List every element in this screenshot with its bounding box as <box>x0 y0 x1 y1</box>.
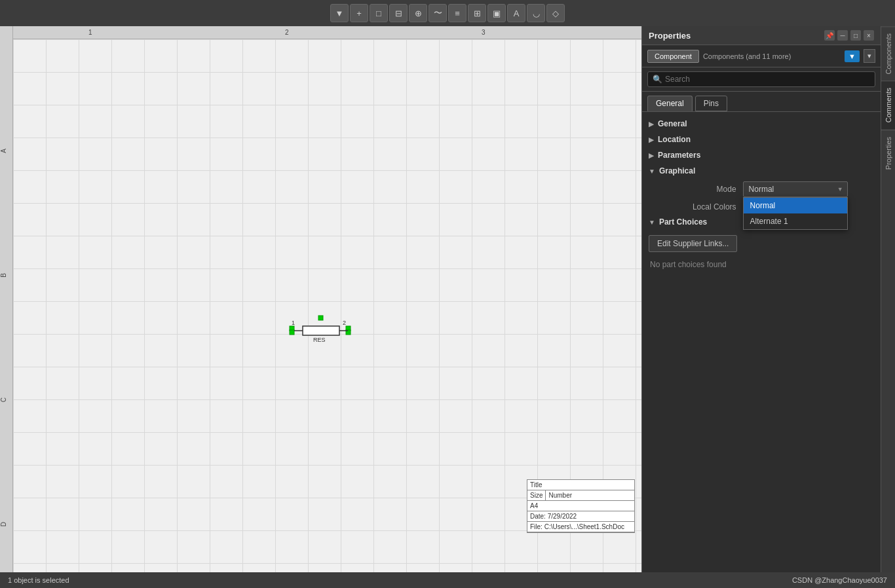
search-input[interactable] <box>647 71 875 87</box>
general-label: General <box>658 119 687 128</box>
component-tab[interactable]: Component <box>647 50 699 63</box>
arc-tool-btn[interactable]: ◡ <box>527 4 545 22</box>
panel-tabs-header: Component Components (and 11 more) ▼ ▾ <box>642 45 881 67</box>
mode-dropdown: Normal Normal Alternate 1 <box>743 181 874 197</box>
ruler-mark-d: D <box>0 522 7 526</box>
graphical-arrow: ▼ <box>649 168 655 175</box>
status-watermark: CSDN @ZhangChaoyue0037 <box>792 576 887 584</box>
mode-value-wrap: Normal Normal Alternate 1 <box>743 181 874 197</box>
component-res[interactable]: 1 2 RES <box>288 314 354 349</box>
mode-dropdown-menu: Normal Alternate 1 <box>743 197 848 230</box>
filter-tool-btn[interactable]: ▼ <box>330 4 349 22</box>
rect-tool-btn[interactable]: □ <box>370 4 388 22</box>
properties-panel: Properties 📌 ─ □ × Component Components … <box>641 26 881 572</box>
title-block: Title Size Number A4 Date: 7/29/2022 Fil… <box>527 479 635 533</box>
section-location[interactable]: ▶ Location <box>642 132 881 147</box>
title-label-cell: Title <box>527 480 545 490</box>
ruler-mark-2: 2 <box>285 29 289 36</box>
graphical-label: Graphical <box>659 166 695 175</box>
junction-tool-btn[interactable]: ⊞ <box>468 4 486 22</box>
svg-text:RES: RES <box>313 337 326 343</box>
svg-text:2: 2 <box>343 320 346 326</box>
no-part-text: No part choices found <box>642 257 881 272</box>
location-label: Location <box>658 135 691 144</box>
section-general[interactable]: ▶ General <box>642 116 881 132</box>
svg-rect-2 <box>318 316 323 320</box>
edit-supplier-btn[interactable]: Edit Supplier Links... <box>649 235 737 252</box>
ruler-top: 1 2 3 <box>0 26 641 39</box>
ruler-mark-b: B <box>0 273 7 278</box>
part-choices-section: Edit Supplier Links... No part choices f… <box>642 230 881 272</box>
add-tool-btn[interactable]: + <box>350 4 368 22</box>
status-bar: 1 object is selected CSDN @ZhangChaoyue0… <box>0 572 895 588</box>
components-more-label: Components (and 11 more) <box>703 52 841 60</box>
part-choices-arrow: ▼ <box>649 219 655 226</box>
minimize-panel-btn[interactable]: ─ <box>837 30 848 41</box>
mode-select-btn[interactable]: Normal <box>743 181 848 197</box>
local-colors-label: Local Colors <box>649 202 743 211</box>
wire-tool-btn[interactable]: 〜 <box>428 4 447 22</box>
panel-content: ▶ General ▶ Location ▶ Parameters ▼ Grap… <box>642 112 881 572</box>
parameters-arrow: ▶ <box>649 152 654 159</box>
ruler-left: A B C D <box>0 26 13 572</box>
status-selection: 1 object is selected <box>8 576 69 584</box>
search-icon: 🔍 <box>653 75 662 84</box>
toolbar: ▼ + □ ⊟ ⊕ 〜 ≡ ⊞ ▣ A ◡ ◇ <box>0 0 895 26</box>
sidebar-tab-components[interactable]: Components <box>881 26 895 81</box>
label-tool-btn[interactable]: ▣ <box>487 4 506 22</box>
right-sidebar: Components Comments Properties <box>881 26 895 572</box>
sidebar-tab-properties[interactable]: Properties <box>881 130 895 176</box>
pin-panel-btn[interactable]: 📌 <box>824 30 835 41</box>
location-arrow: ▶ <box>649 136 654 143</box>
size-value-cell: A4 <box>527 501 541 511</box>
comp-tool-btn[interactable]: ⊟ <box>389 4 408 22</box>
res-svg: 1 2 RES <box>288 314 354 347</box>
date-row: Date: 7/29/2022 <box>527 511 579 521</box>
section-parameters[interactable]: ▶ Parameters <box>642 147 881 163</box>
prop-tabs: General Pins <box>642 92 881 112</box>
mode-option-normal[interactable]: Normal <box>744 198 847 213</box>
tab-pins[interactable]: Pins <box>695 96 727 111</box>
parameters-label: Parameters <box>658 151 700 160</box>
text-tool-btn[interactable]: A <box>507 4 525 22</box>
number-label-cell: Number <box>546 490 575 500</box>
sidebar-tab-comments[interactable]: Comments <box>881 81 895 129</box>
svg-rect-6 <box>303 326 339 335</box>
mode-option-alt1[interactable]: Alternate 1 <box>744 213 847 229</box>
close-panel-btn[interactable]: × <box>864 30 874 41</box>
mode-label: Mode <box>649 185 743 194</box>
panel-title-bar: Properties 📌 ─ □ × <box>642 26 881 45</box>
dropdown-btn[interactable]: ▾ <box>864 49 875 63</box>
panel-title: Properties <box>649 31 691 41</box>
file-row: File: C:\Users\...\Sheet1.SchDoc <box>527 522 627 532</box>
poly-tool-btn[interactable]: ◇ <box>546 4 565 22</box>
section-graphical[interactable]: ▼ Graphical <box>642 163 881 179</box>
maximize-panel-btn[interactable]: □ <box>850 30 861 41</box>
bus-tool-btn[interactable]: ≡ <box>448 4 467 22</box>
filter-btn[interactable]: ▼ <box>845 50 860 62</box>
ruler-mark-c: C <box>0 397 7 402</box>
ruler-mark-a: A <box>0 149 7 153</box>
svg-text:1: 1 <box>292 320 295 326</box>
graphical-section: Mode Normal Normal Alternate 1 <box>642 179 881 214</box>
tab-general[interactable]: General <box>647 96 693 111</box>
canvas-area[interactable]: 1 2 3 A B C D <box>0 26 641 572</box>
part-choices-label: Part Choices <box>659 217 707 227</box>
general-arrow: ▶ <box>649 120 654 128</box>
ruler-mark-1: 1 <box>88 29 92 36</box>
search-box-wrap: 🔍 <box>642 67 881 92</box>
size-label-cell: Size <box>527 490 546 500</box>
panel-controls: 📌 ─ □ × <box>824 30 874 41</box>
mode-row: Mode Normal Normal Alternate 1 <box>642 179 881 200</box>
main-area: 1 2 3 A B C D <box>0 26 895 572</box>
power-tool-btn[interactable]: ⊕ <box>409 4 427 22</box>
svg-rect-3 <box>290 330 294 335</box>
ruler-mark-3: 3 <box>482 29 486 36</box>
